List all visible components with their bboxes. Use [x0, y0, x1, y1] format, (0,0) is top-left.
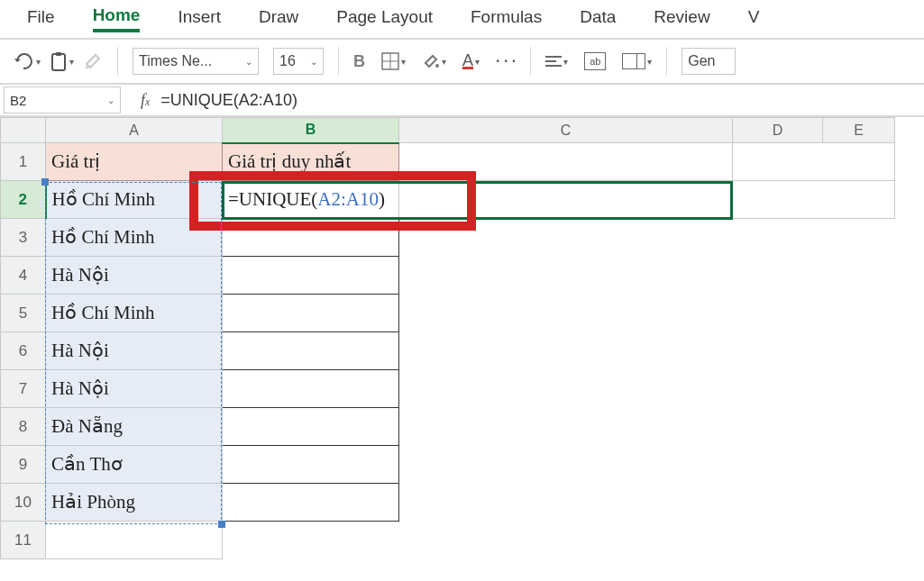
cell-C9[interactable]: [399, 446, 733, 484]
cell-B5[interactable]: [223, 295, 399, 332]
cell-E5[interactable]: [823, 295, 895, 332]
cell-D2[interactable]: [733, 181, 823, 219]
cell-D8[interactable]: [733, 408, 823, 446]
cell-D7[interactable]: [733, 370, 823, 408]
cell-A11[interactable]: [46, 522, 223, 559]
row-header-7[interactable]: 7: [1, 370, 46, 408]
fx-icon[interactable]: fx: [141, 91, 150, 110]
row-header-10[interactable]: 10: [1, 484, 46, 522]
cell-B10[interactable]: [223, 484, 399, 522]
row-header-8[interactable]: 8: [1, 408, 46, 446]
cell-E9[interactable]: [823, 446, 895, 484]
row-header-6[interactable]: 6: [1, 332, 46, 370]
cell-B4[interactable]: [223, 257, 399, 295]
row-header-1[interactable]: 1: [1, 143, 46, 181]
cell-C6[interactable]: [399, 332, 733, 370]
range-handle[interactable]: [218, 521, 225, 528]
cell-D10[interactable]: [733, 484, 823, 522]
cell-D5[interactable]: [733, 295, 823, 332]
cell-B2[interactable]: =UNIQUE(A2:A10): [223, 181, 399, 219]
tab-formulas[interactable]: Formulas: [471, 7, 542, 31]
tab-review[interactable]: Review: [654, 7, 709, 31]
tab-page-layout[interactable]: Page Layout: [336, 7, 433, 31]
cell-A1[interactable]: Giá trị: [46, 143, 223, 181]
cell-C11[interactable]: [399, 522, 733, 559]
cell-B1[interactable]: Giá trị duy nhất: [223, 143, 399, 181]
cell-C10[interactable]: [399, 484, 733, 522]
cell-B6[interactable]: [223, 332, 399, 370]
cell-E2[interactable]: [823, 181, 895, 219]
cell-E7[interactable]: [823, 370, 895, 408]
cell-A5[interactable]: Hồ Chí Minh: [46, 295, 223, 332]
select-all-corner[interactable]: [1, 118, 46, 143]
cell-C2[interactable]: [399, 181, 733, 219]
bold-button[interactable]: B: [353, 52, 365, 71]
cell-E8[interactable]: [823, 408, 895, 446]
cell-C7[interactable]: [399, 370, 733, 408]
cell-A7[interactable]: Hà Nội: [46, 370, 223, 408]
clipboard-button[interactable]: ▾: [50, 51, 74, 71]
format-painter-button[interactable]: [83, 51, 103, 71]
tab-view-truncated[interactable]: V: [748, 7, 760, 31]
cell-D3[interactable]: [733, 219, 823, 257]
col-header-A[interactable]: A: [46, 118, 223, 143]
cell-A8[interactable]: Đà Nẵng: [46, 408, 223, 446]
font-size-select[interactable]: 16 ⌄: [273, 48, 324, 75]
tab-file[interactable]: File: [27, 7, 55, 31]
font-family-select[interactable]: Times Ne... ⌄: [133, 48, 259, 75]
cell-E1[interactable]: [823, 143, 895, 181]
cell-A2[interactable]: Hồ Chí Minh: [46, 181, 223, 219]
cell-D6[interactable]: [733, 332, 823, 370]
cell-D1[interactable]: [733, 143, 823, 181]
wrap-text-button[interactable]: ab: [584, 52, 606, 70]
row-header-5[interactable]: 5: [1, 295, 46, 332]
cell-E11[interactable]: [823, 522, 895, 559]
cell-D11[interactable]: [733, 522, 823, 559]
row-header-4[interactable]: 4: [1, 257, 46, 295]
undo-button[interactable]: ▾: [13, 52, 41, 70]
row-header-2[interactable]: 2: [1, 181, 46, 219]
cell-B7[interactable]: [223, 370, 399, 408]
col-header-B[interactable]: B: [223, 118, 399, 143]
tab-draw[interactable]: Draw: [259, 7, 298, 31]
cell-E10[interactable]: [823, 484, 895, 522]
cell-C8[interactable]: [399, 408, 733, 446]
cell-C3[interactable]: [399, 219, 733, 257]
cell-B11[interactable]: [223, 522, 399, 559]
align-button[interactable]: ▾: [545, 56, 568, 67]
cell-D4[interactable]: [733, 257, 823, 295]
range-handle[interactable]: [41, 178, 49, 186]
font-color-button[interactable]: A ▾: [462, 54, 480, 69]
col-header-E[interactable]: E: [823, 118, 895, 143]
row-header-3[interactable]: 3: [1, 219, 46, 257]
col-header-C[interactable]: C: [399, 118, 733, 143]
cell-B3[interactable]: [223, 219, 399, 257]
cell-B8[interactable]: [223, 408, 399, 446]
spreadsheet-grid[interactable]: A B C D E 1 Giá trị Giá trị duy nhất 2 H…: [0, 117, 924, 559]
col-header-D[interactable]: D: [733, 118, 823, 143]
cell-A6[interactable]: Hà Nội: [46, 332, 223, 370]
row-header-9[interactable]: 9: [1, 446, 46, 484]
cell-A10[interactable]: Hải Phòng: [46, 484, 223, 522]
fill-color-button[interactable]: ▾: [422, 52, 446, 70]
cell-A9[interactable]: Cần Thơ: [46, 446, 223, 484]
cell-C5[interactable]: [399, 295, 733, 332]
cell-E6[interactable]: [823, 332, 895, 370]
cell-A4[interactable]: Hà Nội: [46, 257, 223, 295]
merge-cells-button[interactable]: ▾: [622, 53, 652, 69]
cell-C1[interactable]: [399, 143, 733, 181]
cell-A3[interactable]: Hồ Chí Minh: [46, 219, 223, 257]
tab-data[interactable]: Data: [580, 7, 616, 31]
cell-D9[interactable]: [733, 446, 823, 484]
number-format-select[interactable]: Gen: [682, 48, 736, 75]
cell-E4[interactable]: [823, 257, 895, 295]
tab-home[interactable]: Home: [93, 5, 141, 32]
name-box[interactable]: B2 ⌄: [4, 86, 121, 113]
formula-bar-input[interactable]: =UNIQUE(A2:A10): [160, 91, 297, 110]
cell-C4[interactable]: [399, 257, 733, 295]
borders-button[interactable]: ▾: [381, 52, 406, 70]
more-font-options[interactable]: · · ·: [496, 53, 516, 69]
cell-B9[interactable]: [223, 446, 399, 484]
row-header-11[interactable]: 11: [1, 522, 46, 559]
cell-E3[interactable]: [823, 219, 895, 257]
